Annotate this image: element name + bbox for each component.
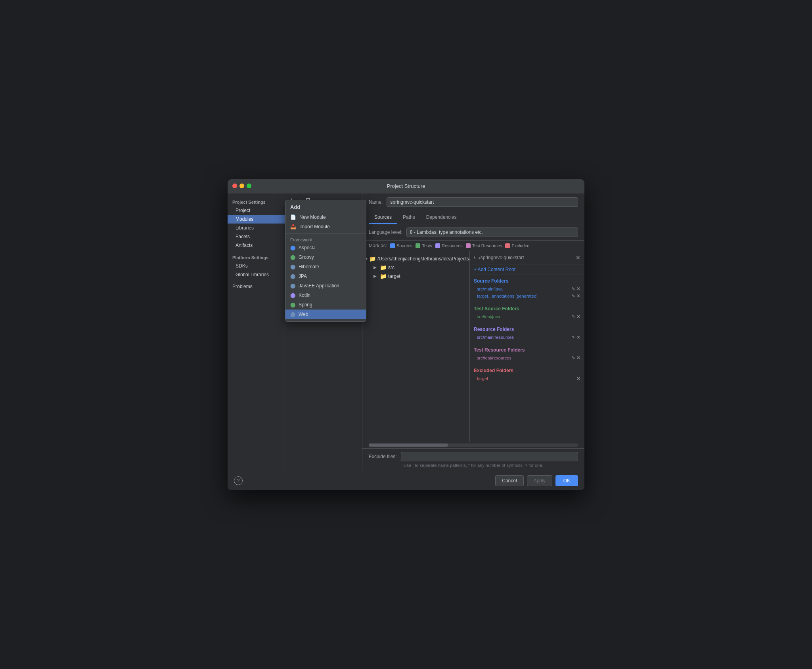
test-source-folders-section: Test Source Folders src/test/java ✎ ✕: [470, 303, 584, 323]
tree-root[interactable]: ▾ 📁 /Users/chenjiacheng/Jetbrains/IdeaPr…: [362, 254, 469, 263]
sidebar-item-global-libraries[interactable]: Global Libraries: [228, 270, 285, 279]
source-folder-path-0: src/main/java: [477, 287, 572, 291]
source-folder-actions-0: ✎ ✕: [572, 286, 580, 292]
tree-panel: ▾ 📁 /Users/chenjiacheng/Jetbrains/IdeaPr…: [362, 251, 469, 442]
dropdown-item-kotlin[interactable]: ⬤ Kotlin: [285, 291, 366, 300]
tabs-row: Sources Paths Dependencies: [362, 211, 584, 224]
dropdown-item-groovy[interactable]: ⬤ Groovy: [285, 252, 366, 262]
zoom-dot[interactable]: [247, 183, 251, 188]
mark-tests-button[interactable]: Tests: [416, 243, 432, 248]
mark-resources-button[interactable]: Resources: [435, 243, 463, 248]
groovy-label: Groovy: [299, 254, 314, 260]
excluded-folders-section: Excluded Folders target ✕: [470, 365, 584, 385]
test-resource-folder-edit-0[interactable]: ✎: [572, 356, 575, 360]
exclude-files-input[interactable]: [401, 452, 578, 461]
source-folder-entry-1: target...annotations [generated] ✎ ✕: [474, 292, 580, 300]
sidebar-item-facets[interactable]: Facets: [228, 232, 285, 241]
test-source-folder-delete-0[interactable]: ✕: [576, 314, 580, 319]
footer-left: ?: [234, 476, 243, 485]
mark-as-label: Mark as:: [369, 243, 387, 248]
resource-folder-edit-0[interactable]: ✎: [572, 335, 575, 339]
dropdown-item-jpa[interactable]: ⬤ JPA: [285, 271, 366, 281]
exclude-files-hint: Use ; to separate name patterns, * for a…: [369, 463, 578, 468]
add-content-root-button[interactable]: + Add Content Root: [474, 267, 580, 272]
scrollbar-thumb[interactable]: [369, 443, 448, 447]
folder-icon: 📁: [369, 256, 376, 262]
source-folder-path-1: target...annotations [generated]: [477, 294, 572, 298]
sidebar-item-problems[interactable]: Problems: [228, 282, 285, 291]
dropdown-item-spring[interactable]: ⬤ Spring: [285, 300, 366, 310]
dropdown-item-javaee[interactable]: ⬤ JavaEE Application: [285, 281, 366, 291]
tab-dependencies[interactable]: Dependencies: [421, 211, 462, 224]
help-button[interactable]: ?: [234, 476, 243, 485]
target-label: target: [388, 273, 400, 279]
test-resource-folders-section: Test Resource Folders src/test/resources…: [470, 344, 584, 365]
exclude-files-label: Exclude files:: [369, 454, 397, 459]
resource-folder-delete-0[interactable]: ✕: [576, 334, 580, 340]
source-folder-delete-0[interactable]: ✕: [576, 286, 580, 292]
jpa-label: JPA: [299, 273, 307, 279]
test-source-folder-edit-0[interactable]: ✎: [572, 314, 575, 319]
target-chevron-icon: ▶: [373, 274, 378, 278]
web-icon: ⬤: [290, 312, 295, 317]
test-resource-folders-label: Test Resource Folders: [474, 347, 580, 353]
test-source-folder-actions-0: ✎ ✕: [572, 314, 580, 319]
resource-folder-entry-0: src/main/resources ✎ ✕: [474, 334, 580, 341]
ok-button[interactable]: OK: [555, 475, 578, 486]
dropdown-item-web[interactable]: ⬤ Web: [285, 310, 366, 319]
excluded-folder-entry-0: target ✕: [474, 375, 580, 382]
dropdown-item-import-module[interactable]: 📥 Import Module: [285, 222, 366, 231]
mark-test-resources-button[interactable]: Test Resources: [466, 243, 502, 248]
sidebar-item-sdks[interactable]: SDKs: [228, 262, 285, 270]
name-input[interactable]: [387, 197, 578, 207]
source-folder-edit-0[interactable]: ✎: [572, 287, 575, 291]
horizontal-scrollbar[interactable]: [369, 443, 578, 447]
sidebar: Project Settings Project Modules Librari…: [228, 193, 285, 471]
dropdown-item-aspectj[interactable]: ⬤ AspectJ: [285, 243, 366, 252]
mark-tests-label: Tests: [422, 243, 432, 248]
sidebar-item-libraries[interactable]: Libraries: [228, 224, 285, 232]
sidebar-item-project[interactable]: Project: [228, 206, 285, 215]
tree-root-path: /Users/chenjiacheng/Jetbrains/IdeaProjec…: [377, 256, 469, 262]
resource-folder-path-0: src/main/resources: [477, 335, 572, 340]
framework-label: Framework: [285, 235, 366, 243]
close-dot[interactable]: [232, 183, 237, 188]
sidebar-item-artifacts[interactable]: Artifacts: [228, 241, 285, 250]
mark-excluded-button[interactable]: Excluded: [505, 243, 529, 248]
tree-item-src[interactable]: ▶ 📁 src: [362, 263, 469, 272]
dialog-body: Project Settings Project Modules Librari…: [228, 193, 584, 471]
dropdown-title: Add: [285, 203, 366, 212]
tree-item-target[interactable]: ▶ 📁 target: [362, 272, 469, 281]
mark-test-resources-label: Test Resources: [472, 243, 502, 248]
apply-button[interactable]: Apply: [527, 475, 552, 486]
project-settings-label: Project Settings: [228, 197, 285, 206]
test-source-folders-label: Test Source Folders: [474, 306, 580, 312]
excluded-folder-delete-0[interactable]: ✕: [576, 376, 580, 381]
test-source-folder-entry-0: src/test/java ✎ ✕: [474, 313, 580, 320]
test-resource-folder-delete-0[interactable]: ✕: [576, 355, 580, 361]
web-label: Web: [299, 312, 308, 317]
new-module-icon: 📄: [290, 214, 296, 220]
dropdown-item-new-module[interactable]: 📄 New Module: [285, 212, 366, 222]
source-folder-edit-1[interactable]: ✎: [572, 294, 575, 298]
source-folders-label: Source Folders: [474, 278, 580, 284]
right-panel-title: /.../springmvc-quickstart: [474, 255, 524, 260]
spring-label: Spring: [299, 302, 312, 308]
exclude-files-row: Exclude files:: [369, 452, 578, 461]
right-panel-close-button[interactable]: ✕: [576, 254, 580, 261]
minimize-dot[interactable]: [239, 183, 244, 188]
tab-paths[interactable]: Paths: [397, 211, 421, 224]
tab-sources[interactable]: Sources: [369, 211, 397, 224]
language-level-select[interactable]: 8 - Lambdas, type annotations etc.: [406, 227, 578, 237]
dropdown-item-hibernate[interactable]: ⬤ Hibernate: [285, 262, 366, 271]
exclude-files-area: Exclude files: Use ; to separate name pa…: [362, 448, 584, 471]
import-module-label: Import Module: [299, 224, 330, 229]
mark-excluded-label: Excluded: [511, 243, 529, 248]
mark-sources-button[interactable]: Sources: [390, 243, 412, 248]
dialog-footer: ? Cancel Apply OK: [228, 471, 584, 490]
source-folder-delete-1[interactable]: ✕: [576, 293, 580, 299]
sidebar-item-modules[interactable]: Modules: [228, 215, 285, 224]
cancel-button[interactable]: Cancel: [495, 475, 523, 486]
javaee-label: JavaEE Application: [299, 283, 339, 289]
platform-settings-label: Platform Settings: [228, 253, 285, 262]
